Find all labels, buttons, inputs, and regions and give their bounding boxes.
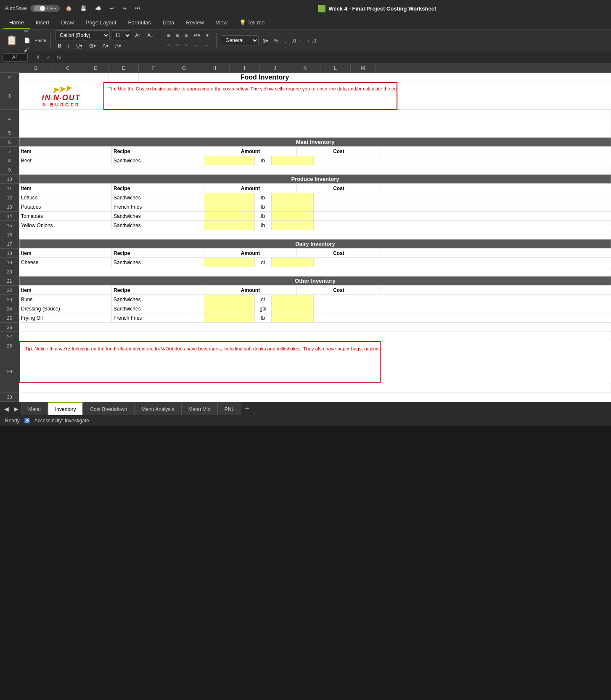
cell-cheese-item[interactable]: Cheese bbox=[19, 258, 112, 267]
cell-lettuce-amount[interactable] bbox=[204, 193, 255, 202]
col-header-i[interactable]: I bbox=[230, 64, 260, 72]
align-bottom-btn[interactable]: ≡ bbox=[182, 31, 190, 40]
sheet-nav-prev[interactable]: ◀ bbox=[2, 404, 11, 414]
tab-formulas[interactable]: Formulas bbox=[122, 17, 157, 29]
cell-tomatoes-amount[interactable] bbox=[204, 212, 255, 220]
cell-onions-cost[interactable] bbox=[272, 221, 314, 230]
merge-btn[interactable]: ▾ bbox=[204, 31, 211, 40]
cell-row21[interactable] bbox=[19, 267, 611, 276]
cell-tip-bottom[interactable]: Tip: Notice that we're focusing on the f… bbox=[19, 341, 381, 383]
cell-oil-item[interactable]: Frying Oil bbox=[19, 313, 112, 322]
more-options-btn[interactable]: ••• bbox=[132, 4, 143, 13]
cell-dairy-col-cost[interactable]: Cost bbox=[297, 249, 381, 257]
tab-view[interactable]: View bbox=[210, 17, 233, 29]
cell-reference-input[interactable] bbox=[3, 53, 28, 62]
cell-tip-top[interactable]: Tip: Use the Costco business site to app… bbox=[103, 82, 398, 110]
row-num-7[interactable]: 7 bbox=[0, 147, 19, 156]
cell-row4[interactable] bbox=[19, 110, 611, 119]
cell-e2[interactable] bbox=[108, 73, 139, 82]
cell-produce-col-recipe[interactable]: Recipe bbox=[112, 184, 204, 193]
cell-dressing-amount[interactable] bbox=[204, 304, 255, 313]
cell-meat-col-item[interactable]: Item bbox=[19, 147, 112, 156]
bold-btn[interactable]: B bbox=[55, 42, 64, 50]
row-num-21[interactable]: 21 bbox=[0, 276, 19, 286]
number-format-select[interactable]: General bbox=[221, 35, 259, 45]
italic-btn[interactable]: I bbox=[66, 42, 72, 50]
cell-row5[interactable] bbox=[19, 119, 611, 128]
row-num-8[interactable]: 8 bbox=[0, 156, 19, 165]
redo-btn[interactable]: ↪ bbox=[120, 4, 129, 13]
sheet-tab-cost-breakdown[interactable]: Cost Breakdown bbox=[83, 402, 134, 415]
row-num-20[interactable]: 20 bbox=[0, 267, 19, 276]
align-top-btn[interactable]: ≡ bbox=[164, 31, 172, 40]
sheet-tab-menu-mix[interactable]: Menu Mix bbox=[181, 402, 217, 415]
cell-other-col-amount[interactable]: Amount bbox=[204, 286, 297, 294]
row-num-27[interactable]: 27 bbox=[0, 332, 19, 341]
cell-oil-cost[interactable] bbox=[272, 313, 314, 322]
cell-buns-cost[interactable] bbox=[272, 295, 314, 304]
cell-onions-item[interactable]: Yellow Onions bbox=[19, 221, 112, 230]
col-header-g[interactable]: G bbox=[169, 64, 199, 72]
cell-buns-recipe[interactable]: Sandwiches bbox=[112, 295, 204, 304]
col-header-l[interactable]: L bbox=[320, 64, 351, 72]
cell-title[interactable]: Food Inventory bbox=[139, 73, 391, 82]
cell-row17[interactable] bbox=[19, 230, 611, 239]
paste-btn[interactable]: 📋 bbox=[3, 34, 20, 47]
sheet-tab-menu-analysis[interactable]: Menu Analysis bbox=[134, 402, 181, 415]
row-num-28[interactable]: 28 bbox=[0, 341, 19, 350]
row-num-9[interactable]: 9 bbox=[0, 165, 19, 175]
row-num-10[interactable]: 10 bbox=[0, 175, 19, 184]
cell-beef-amount[interactable] bbox=[204, 156, 255, 165]
sheet-tab-menu[interactable]: Menu bbox=[21, 402, 48, 415]
format-painter-btn[interactable]: 🖌 bbox=[21, 45, 33, 54]
increase-font-btn[interactable]: A↑ bbox=[132, 31, 143, 40]
row-num-13[interactable]: 13 bbox=[0, 202, 19, 212]
row-num-29[interactable]: 29 bbox=[0, 350, 19, 392]
align-middle-btn[interactable]: ≡ bbox=[173, 31, 181, 40]
col-header-c[interactable]: C bbox=[53, 64, 83, 72]
cell-other-col-recipe[interactable]: Recipe bbox=[112, 286, 204, 294]
wrap-text-btn[interactable]: ↵▾ bbox=[191, 31, 203, 40]
cell-dairy-col-item[interactable]: Item bbox=[19, 249, 112, 257]
cell-buns-item[interactable]: Buns bbox=[19, 295, 112, 304]
row-num-11[interactable]: 11 bbox=[0, 184, 19, 193]
cell-oil-amount[interactable] bbox=[204, 313, 255, 322]
cell-dairy-col-recipe[interactable]: Recipe bbox=[112, 249, 204, 257]
currency-btn[interactable]: $▾ bbox=[260, 37, 271, 45]
row-num-16[interactable]: 16 bbox=[0, 230, 19, 239]
cell-row30[interactable] bbox=[19, 383, 611, 392]
cell-potatoes-recipe[interactable]: French Fries bbox=[112, 202, 204, 211]
cell-beef-recipe[interactable]: Sandwiches bbox=[112, 156, 204, 165]
cut-btn[interactable]: ✂ bbox=[21, 27, 33, 35]
cell-potatoes-amount[interactable] bbox=[204, 202, 255, 211]
col-header-m[interactable]: M bbox=[351, 64, 376, 72]
row-num-5[interactable]: 5 bbox=[0, 128, 19, 138]
border-btn[interactable]: ⊞▾ bbox=[87, 42, 98, 50]
cell-c2[interactable] bbox=[53, 73, 83, 82]
col-header-d[interactable]: D bbox=[83, 64, 108, 72]
font-size-select[interactable]: 11 bbox=[111, 30, 131, 40]
cell-lettuce-cost[interactable] bbox=[272, 193, 314, 202]
cell-potatoes-item[interactable]: Potatoes bbox=[19, 202, 112, 211]
cell-produce-col-item[interactable]: Item bbox=[19, 184, 112, 193]
col-header-k[interactable]: K bbox=[290, 64, 320, 72]
cell-beef-cost[interactable] bbox=[272, 156, 314, 165]
row-num-15[interactable]: 15 bbox=[0, 221, 19, 230]
align-left-btn[interactable]: ≡ bbox=[164, 41, 172, 49]
cell-meat-col-amount[interactable]: Amount bbox=[204, 147, 297, 156]
row-num-22[interactable]: 22 bbox=[0, 286, 19, 295]
tab-review[interactable]: Review bbox=[180, 17, 210, 29]
sheet-nav-next[interactable]: ▶ bbox=[11, 404, 21, 414]
col-header-b[interactable]: B bbox=[19, 64, 53, 72]
save-btn[interactable]: 💾 bbox=[78, 4, 89, 13]
cell-buns-amount[interactable] bbox=[204, 295, 255, 304]
cell-meat-col-recipe[interactable]: Recipe bbox=[112, 147, 204, 156]
indent-increase-btn[interactable]: → bbox=[202, 41, 212, 49]
cell-tomatoes-recipe[interactable]: Sandwiches bbox=[112, 212, 204, 220]
col-header-e[interactable]: E bbox=[108, 64, 139, 72]
tab-tell-me[interactable]: 💡 Tell me bbox=[233, 17, 271, 29]
row-num-6[interactable]: 6 bbox=[0, 138, 19, 147]
cell-oil-recipe[interactable]: French Fries bbox=[112, 313, 204, 322]
cell-other-col-item[interactable]: Item bbox=[19, 286, 112, 294]
row-num-26[interactable]: 26 bbox=[0, 323, 19, 332]
